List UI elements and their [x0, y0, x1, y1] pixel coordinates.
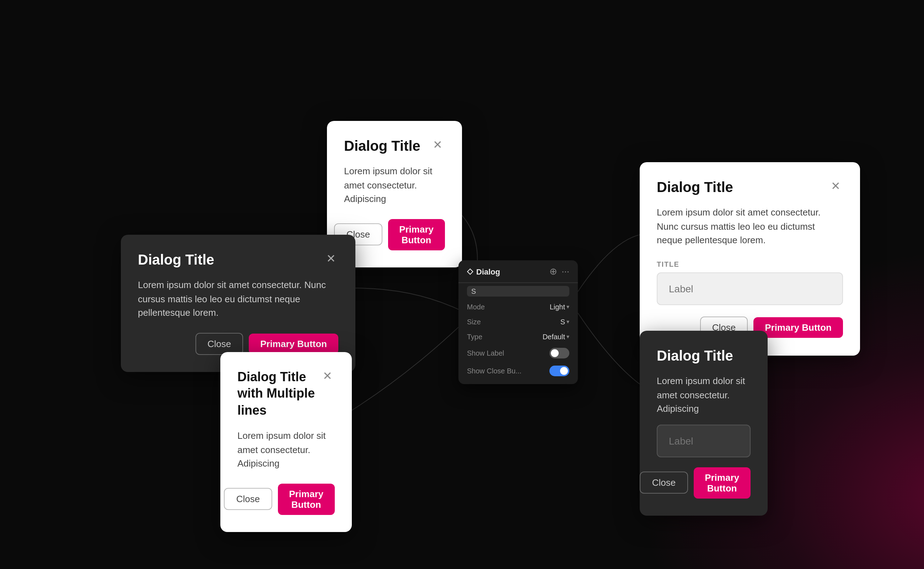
dialog-body: Lorem ipsum dolor sit amet consectetur. …: [344, 164, 445, 206]
close-icon-button[interactable]: ✕: [430, 138, 445, 152]
dialog-title: Dialog Title: [138, 252, 214, 268]
close-button[interactable]: Close: [224, 488, 272, 510]
close-icon-button[interactable]: ✕: [828, 179, 843, 193]
dialog-body: Lorem ipsum dolor sit amet consectetur. …: [657, 374, 751, 416]
show-label-toggle[interactable]: [549, 348, 569, 359]
mode-label: Mode: [467, 303, 485, 311]
control-panel-title: ◇ Dialog: [467, 267, 500, 276]
dialog-body: Lorem ipsum dolor sit amet consectetur. …: [138, 278, 338, 320]
control-panel-actions: ⊕ ···: [549, 266, 569, 277]
dialog-header: Dialog Title ✕: [138, 252, 338, 268]
primary-button[interactable]: Primary Button: [693, 467, 751, 498]
size-label: Size: [467, 318, 481, 326]
show-close-label: Show Close Bu...: [467, 367, 521, 375]
dialog-footer: Close Primary Button: [237, 483, 335, 514]
control-row-show-label: Show Label: [458, 344, 578, 362]
dialog-footer: Close Primary Button: [344, 219, 445, 250]
more-icon[interactable]: ···: [561, 266, 569, 277]
dialog-header: Dialog Title: [657, 348, 751, 364]
control-panel: ◇ Dialog ⊕ ··· S Mode Light Size S Type …: [458, 260, 578, 384]
show-label-label: Show Label: [467, 349, 504, 357]
dialog-header: Dialog Title ✕: [344, 138, 445, 154]
show-close-toggle[interactable]: [549, 365, 569, 376]
dialog-header: Dialog Title ✕: [657, 179, 843, 196]
primary-button[interactable]: Primary Button: [278, 483, 335, 514]
close-icon-button[interactable]: ✕: [320, 369, 335, 383]
dialog-footer: Close Primary Button: [657, 467, 751, 498]
control-row-size: Size S: [458, 314, 578, 329]
toggle-knob: [560, 367, 568, 375]
s-badge: S: [467, 286, 569, 297]
label-input[interactable]: [657, 424, 751, 457]
primary-button[interactable]: Primary Button: [249, 333, 338, 354]
diamond-icon: ◇: [467, 267, 473, 276]
dialog-title: Dialog Title with Multiple lines: [237, 369, 320, 419]
control-row-type: Type Default: [458, 329, 578, 344]
dialog-title: Dialog Title: [657, 348, 733, 364]
control-row-show-close: Show Close Bu...: [458, 362, 578, 380]
dialog-title: Dialog Title: [657, 179, 733, 196]
type-label: Type: [467, 333, 482, 341]
close-icon-button[interactable]: ✕: [323, 252, 338, 266]
dialog-right-dark-large: Dialog Title Lorem ipsum dolor sit amet …: [640, 331, 768, 515]
dialog-body: Lorem ipsum dolor sit amet consectetur. …: [237, 429, 335, 470]
dialog-header: Dialog Title with Multiple lines ✕: [237, 369, 335, 419]
close-button[interactable]: Close: [640, 472, 688, 494]
mode-value[interactable]: Light: [550, 303, 569, 311]
close-button[interactable]: Close: [196, 333, 243, 354]
dialog-title: Dialog Title: [344, 138, 420, 154]
settings-icon[interactable]: ⊕: [549, 266, 557, 277]
size-value[interactable]: S: [560, 318, 569, 326]
control-panel-header: ◇ Dialog ⊕ ···: [458, 260, 578, 283]
toggle-knob: [551, 349, 559, 357]
primary-button[interactable]: Primary Button: [388, 219, 445, 250]
label-section: [657, 424, 751, 457]
label-section: TITLE: [657, 260, 843, 305]
label-section-title: TITLE: [657, 260, 843, 268]
dialog-right-light-large: Dialog Title ✕ Lorem ipsum dolor sit ame…: [640, 162, 860, 355]
dialog-left-dark-medium: Dialog Title ✕ Lorem ipsum dolor sit ame…: [121, 235, 355, 372]
control-row-mode: Mode Light: [458, 300, 578, 314]
dialog-bottom-light-multiline: Dialog Title with Multiple lines ✕ Lorem…: [220, 352, 352, 532]
dialog-footer: Close Primary Button: [138, 333, 338, 354]
type-value[interactable]: Default: [543, 333, 569, 341]
dialog-body: Lorem ipsum dolor sit amet consectetur. …: [657, 205, 843, 247]
label-input[interactable]: [657, 272, 843, 305]
